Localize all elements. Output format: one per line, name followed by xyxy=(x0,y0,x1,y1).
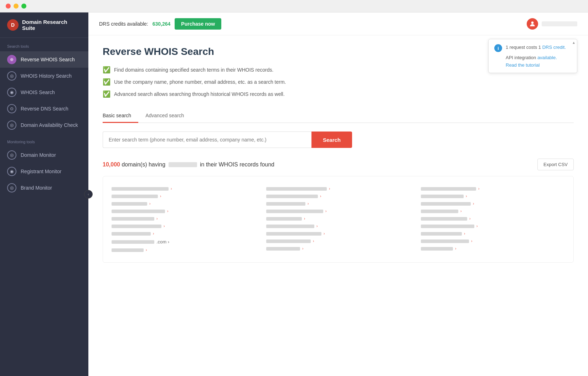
purchase-now-button[interactable]: Purchase now xyxy=(175,18,221,30)
minimize-button[interactable] xyxy=(14,4,19,9)
result-item[interactable]: › xyxy=(266,200,410,207)
arrow-icon: › xyxy=(149,202,150,206)
feature-item-3: ✅ Advanced search allows searching throu… xyxy=(103,90,574,98)
results-count: 10,000 domain(s) having in their WHOIS r… xyxy=(103,161,274,168)
result-item[interactable]: › xyxy=(266,192,410,200)
results-label-found: in their WHOIS records found xyxy=(200,161,274,168)
arrow-icon: › xyxy=(455,247,456,251)
arrow-icon: › xyxy=(167,209,168,213)
result-item[interactable]: › xyxy=(112,207,256,215)
drs-credit-link[interactable]: DRS credit. xyxy=(542,45,566,50)
result-item[interactable]: › xyxy=(421,207,565,215)
feature-text-1: Find domains containing specified search… xyxy=(114,67,273,73)
arrow-icon: › xyxy=(156,217,158,221)
sidebar-item-label: Registrant Monitor xyxy=(21,169,61,174)
arrow-icon: › xyxy=(308,202,309,206)
registrant-monitor-icon: ◉ xyxy=(7,167,16,176)
result-item[interactable]: › xyxy=(112,230,256,237)
arrow-icon: › xyxy=(325,209,326,213)
result-item[interactable]: › xyxy=(266,222,410,230)
sidebar-item-reverse-whois[interactable]: ⊕ Reverse WHOIS Search xyxy=(0,51,88,68)
result-item[interactable]: › xyxy=(266,230,410,237)
reverse-whois-icon: ⊕ xyxy=(7,55,16,64)
sidebar-item-domain-availability[interactable]: ◎ Domain Availability Check xyxy=(0,117,88,133)
result-item[interactable]: › xyxy=(421,230,565,237)
sidebar-item-brand-monitor[interactable]: ◎ Brand Monitor xyxy=(0,180,88,196)
logo-icon: D xyxy=(7,19,19,31)
result-item[interactable]: › xyxy=(421,237,565,245)
feature-text-2: Use the company name, phone number, emai… xyxy=(114,79,286,85)
arrow-icon: › xyxy=(164,224,165,228)
result-item[interactable]: › xyxy=(421,245,565,252)
feature-item-2: ✅ Use the company name, phone number, em… xyxy=(103,78,574,86)
arrow-icon: › xyxy=(469,217,470,221)
arrow-icon: › xyxy=(153,232,154,236)
sidebar-collapse-button[interactable]: ‹ xyxy=(84,190,93,199)
main-content: DRS credits available: 630,264 Purchase … xyxy=(88,12,588,376)
arrow-icon: .com › xyxy=(156,239,169,244)
arrow-icon: › xyxy=(304,217,305,221)
check-icon-2: ✅ xyxy=(103,78,110,86)
arrow-icon: › xyxy=(171,187,172,191)
arrow-icon: › xyxy=(476,224,478,228)
api-available-link[interactable]: available. xyxy=(537,55,557,60)
result-item[interactable]: › xyxy=(266,245,410,252)
tab-basic-search[interactable]: Basic search xyxy=(103,109,138,123)
arrow-icon: › xyxy=(471,239,472,243)
result-item[interactable]: › xyxy=(421,192,565,200)
sidebar-item-label: Reverse WHOIS Search xyxy=(21,57,75,62)
sidebar-item-reverse-dns[interactable]: ⊙ Reverse DNS Search xyxy=(0,101,88,117)
search-input[interactable] xyxy=(103,132,311,148)
arrow-icon: › xyxy=(460,209,461,213)
sidebar-logo: D Domain Research Suite xyxy=(0,12,88,38)
info-icon: i xyxy=(494,44,502,52)
result-item[interactable]: › xyxy=(266,185,410,192)
result-item[interactable]: › xyxy=(421,200,565,207)
search-button[interactable]: Search xyxy=(311,132,352,148)
result-item[interactable]: › xyxy=(112,246,256,254)
monitoring-tools-label: Monitoring tools xyxy=(0,133,88,147)
result-item[interactable]: › xyxy=(421,185,565,192)
result-item[interactable]: › xyxy=(112,185,256,192)
tab-advanced-search[interactable]: Advanced search xyxy=(145,109,191,123)
sidebar-item-domain-monitor[interactable]: ◎ Domain Monitor xyxy=(0,147,88,163)
result-item[interactable]: › xyxy=(112,192,256,200)
sidebar-item-whois-search[interactable]: ◉ WHOIS Search xyxy=(0,84,88,101)
result-item[interactable]: › xyxy=(266,215,410,222)
sidebar-item-label: Reverse DNS Search xyxy=(21,106,68,112)
result-item[interactable]: › xyxy=(421,222,565,230)
header: DRS credits available: 630,264 Purchase … xyxy=(88,12,588,35)
results-grid: › › › › › › › .com › › › › › › › xyxy=(103,176,574,263)
credits-amount: 630,264 xyxy=(153,21,171,27)
result-item[interactable]: .com › xyxy=(112,237,256,246)
export-csv-button[interactable]: Export CSV xyxy=(537,159,574,170)
arrow-icon: › xyxy=(324,232,325,236)
header-left: DRS credits available: 630,264 Purchase … xyxy=(99,18,221,30)
arrow-icon: › xyxy=(473,202,474,206)
whois-history-icon: ◎ xyxy=(7,71,16,81)
result-item[interactable]: › xyxy=(112,222,256,230)
sidebar-item-label: Domain Availability Check xyxy=(21,122,78,128)
close-button[interactable] xyxy=(6,4,11,9)
result-column-2: › › › › › › › › › xyxy=(266,185,410,254)
tooltip-line1: 1 request costs 1 xyxy=(506,45,542,50)
sidebar-item-whois-history[interactable]: ◎ WHOIS History Search xyxy=(0,68,88,84)
result-item[interactable]: › xyxy=(266,207,410,215)
info-tooltip: ▲ i 1 request costs 1 DRS credit. API in… xyxy=(488,39,577,73)
sidebar-item-label: Domain Monitor xyxy=(21,152,56,158)
read-tutorial-link[interactable]: Read the tutorial xyxy=(506,62,540,68)
search-bar: Search xyxy=(103,132,352,148)
arrow-icon: › xyxy=(302,247,303,251)
arrow-icon: › xyxy=(160,194,161,198)
redacted-term xyxy=(169,162,197,167)
result-item[interactable]: › xyxy=(112,200,256,207)
result-item[interactable]: › xyxy=(266,237,410,245)
results-number: 10,000 xyxy=(103,161,120,168)
tooltip-arrow-icon: ▲ xyxy=(572,41,576,45)
domain-monitor-icon: ◎ xyxy=(7,150,16,160)
result-item[interactable]: › xyxy=(421,215,565,222)
sidebar-item-label: WHOIS Search xyxy=(21,89,55,95)
sidebar-item-registrant-monitor[interactable]: ◉ Registrant Monitor xyxy=(0,163,88,180)
maximize-button[interactable] xyxy=(21,4,26,9)
result-item[interactable]: › xyxy=(112,215,256,222)
